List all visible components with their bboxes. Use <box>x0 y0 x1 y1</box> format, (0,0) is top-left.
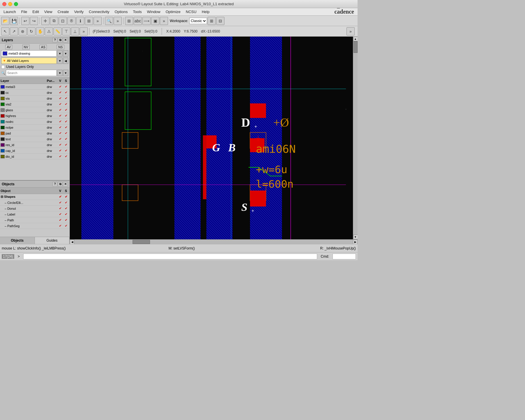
object-row[interactable]: – PathSeg ✔ ✔ <box>0 223 69 229</box>
layer-visible[interactable]: ✔ <box>57 143 63 147</box>
layer-visible[interactable]: ✔ <box>57 131 63 135</box>
layer-selectable[interactable]: ✔ <box>63 108 69 112</box>
search-dropdown[interactable]: ▼ <box>57 70 63 76</box>
layer-row[interactable]: nodrc drw ✔ ✔ <box>0 119 69 125</box>
object-row[interactable]: – Label ✔ ✔ <box>0 211 69 217</box>
layer-row[interactable]: dio_id drw ✔ ✔ <box>0 154 69 159</box>
hier-button[interactable]: ⊞ <box>125 17 133 25</box>
object-selectable[interactable]: ✔ <box>63 212 69 216</box>
layer-row[interactable]: via2 drw ✔ ✔ <box>0 101 69 107</box>
layer-visible[interactable]: ✔ <box>57 85 63 89</box>
workspace-select[interactable]: Classic <box>189 18 207 24</box>
layer-row[interactable]: via drw ✔ ✔ <box>0 96 69 101</box>
text-button[interactable]: abc <box>134 17 142 25</box>
layer-row[interactable]: metal3 drw ✔ ✔ <box>0 84 69 90</box>
cmd-input[interactable] <box>333 254 356 259</box>
object-visible[interactable]: ✔ <box>57 195 63 199</box>
layer-visible[interactable]: ✔ <box>57 125 63 129</box>
select-tool[interactable]: ↖ <box>1 27 9 35</box>
menu-file[interactable]: File <box>19 9 30 15</box>
scroll-down-button[interactable]: ▼ <box>353 235 358 239</box>
search-input[interactable] <box>6 70 57 76</box>
object-row[interactable]: – Path ✔ ✔ <box>0 217 69 223</box>
align-tool[interactable]: ⊤ <box>62 27 70 35</box>
more5-button[interactable]: » <box>347 27 355 35</box>
current-layer-dropdown[interactable]: ▼ <box>57 50 63 57</box>
more-button[interactable]: » <box>94 17 102 25</box>
layer-row[interactable]: res_id drw ✔ ✔ <box>0 142 69 148</box>
maximize-button[interactable] <box>14 2 18 6</box>
objects-help-button[interactable]: ? <box>53 182 57 186</box>
layer-row[interactable]: cc drw ✔ ✔ <box>0 90 69 96</box>
objects-close-button[interactable]: ✕ <box>63 182 68 186</box>
layer-selectable[interactable]: ✔ <box>63 125 69 129</box>
tab-guides[interactable]: Guides <box>35 237 70 244</box>
object-selectable[interactable]: ✔ <box>63 218 69 222</box>
connect-button[interactable]: ⟶ <box>142 17 151 25</box>
menu-connectivity[interactable]: Connectivity <box>87 9 112 15</box>
nv-button[interactable]: NV <box>22 45 30 49</box>
info-button[interactable]: ℹ <box>76 17 84 25</box>
menu-verify[interactable]: Verify <box>72 9 86 15</box>
workspace-btn2[interactable]: ⊟ <box>216 17 224 25</box>
layer-visible[interactable]: ✔ <box>57 91 63 94</box>
object-row[interactable]: ⊟ Shapes ✔ ✔ <box>0 194 69 200</box>
layer-row[interactable]: highres drw ✔ ✔ <box>0 113 69 119</box>
used-layers-checkbox[interactable] <box>1 65 5 69</box>
object-selectable[interactable]: ✔ <box>63 207 69 210</box>
filter-extra[interactable]: ◀ <box>63 58 68 64</box>
objects-float-button[interactable]: ⧉ <box>58 182 63 186</box>
object-visible[interactable]: ✔ <box>57 224 63 228</box>
layer-visible[interactable]: ✔ <box>57 149 63 152</box>
scroll-thumb-right[interactable] <box>353 41 358 53</box>
more4-button[interactable]: » <box>80 27 88 35</box>
object-selectable[interactable]: ✔ <box>63 224 69 228</box>
menu-launch[interactable]: Launch <box>1 9 18 15</box>
object-row[interactable]: – Circle/Elli... ✔ ✔ <box>0 200 69 206</box>
scroll-thumb-bottom[interactable] <box>133 240 150 244</box>
layer-selectable[interactable]: ✔ <box>63 91 69 94</box>
ruler-tool[interactable]: 📏 <box>53 27 62 35</box>
layout-canvas-area[interactable]: D + +Ø G B ami06N +w=6u l=600n S + <box>70 37 353 239</box>
menu-help[interactable]: Help <box>199 9 212 15</box>
save-button[interactable]: 💾 <box>10 17 18 25</box>
layers-help-button[interactable]: ? <box>53 38 57 42</box>
rotate-tool[interactable]: ↻ <box>27 27 35 35</box>
layer-visible[interactable]: ✔ <box>57 108 63 112</box>
menu-options[interactable]: Options <box>112 9 130 15</box>
command-input[interactable] <box>23 254 317 259</box>
ns-button[interactable]: NS <box>57 45 64 49</box>
layers-close-button[interactable]: ✕ <box>63 38 68 42</box>
select-button[interactable]: ▣ <box>151 17 159 25</box>
filter-dropdown[interactable]: ▼ <box>57 58 63 64</box>
redo-button[interactable]: ↪ <box>30 17 38 25</box>
menu-edit[interactable]: Edit <box>30 9 41 15</box>
zoom-in-button[interactable]: 🔍 <box>105 17 113 25</box>
current-layer-box[interactable]: metal3 drawing <box>1 50 57 57</box>
layers-float-button[interactable]: ⧉ <box>58 38 63 42</box>
copy-button[interactable]: ⧉ <box>50 17 58 25</box>
current-layer-extra[interactable]: ▼ <box>63 50 68 57</box>
layer-selectable[interactable]: ✔ <box>63 114 69 118</box>
menu-create[interactable]: Create <box>55 9 71 15</box>
layer-selectable[interactable]: ✔ <box>63 149 69 152</box>
scroll-track-right[interactable] <box>353 41 358 235</box>
object-selectable[interactable]: ✔ <box>63 201 69 204</box>
object-row[interactable]: – Donut ✔ ✔ <box>0 206 69 211</box>
scroll-track-bottom[interactable] <box>74 240 353 244</box>
layer-selectable[interactable]: ✔ <box>63 131 69 135</box>
open-button[interactable]: 📂 <box>1 17 9 25</box>
scroll-left-button[interactable]: ◀ <box>70 240 74 244</box>
layer-selectable[interactable]: ✔ <box>63 143 69 147</box>
fit-button[interactable]: ⊞ <box>85 17 93 25</box>
layer-row[interactable]: cap_id drw ✔ ✔ <box>0 148 69 154</box>
search-extra[interactable]: ▼ <box>63 70 68 76</box>
av-button[interactable]: AV <box>5 45 12 49</box>
snap-tool[interactable]: ⊥ <box>71 27 79 35</box>
menu-tools[interactable]: Tools <box>131 9 144 15</box>
hier-select[interactable]: ⊛ <box>19 27 27 35</box>
layer-row[interactable]: text drw ✔ ✔ <box>0 136 69 142</box>
scroll-up-button[interactable]: ▲ <box>353 37 358 41</box>
warn-tool[interactable]: ⚠ <box>45 27 53 35</box>
minimize-button[interactable] <box>8 2 12 6</box>
